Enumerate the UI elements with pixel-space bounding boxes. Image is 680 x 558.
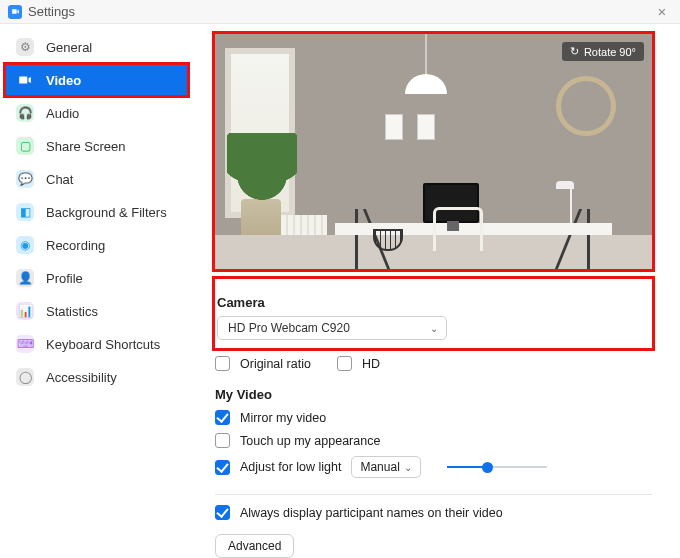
video-preview: ↻ Rotate 90°	[215, 34, 652, 269]
hd-checkbox[interactable]	[337, 356, 352, 371]
mirror-video-checkbox[interactable]	[215, 410, 230, 425]
rotate-label: Rotate 90°	[584, 46, 636, 58]
share-screen-icon: ▢	[16, 137, 34, 155]
app-icon	[8, 5, 22, 19]
sidebar-item-label: Background & Filters	[46, 205, 167, 220]
sidebar-item-label: Accessibility	[46, 370, 117, 385]
title-bar: Settings ×	[0, 0, 680, 24]
camera-select[interactable]: HD Pro Webcam C920 ⌄	[217, 316, 447, 340]
rotate-90-button[interactable]: ↻ Rotate 90°	[562, 42, 644, 61]
original-ratio-label: Original ratio	[240, 357, 311, 371]
sidebar-item-accessibility[interactable]: ◯ Accessibility	[6, 362, 187, 392]
touch-up-label: Touch up my appearance	[240, 434, 380, 448]
always-display-names-checkbox[interactable]	[215, 505, 230, 520]
sidebar-item-label: Keyboard Shortcuts	[46, 337, 160, 352]
sidebar-item-chat[interactable]: 💬 Chat	[6, 164, 187, 194]
headphones-icon: 🎧	[16, 104, 34, 122]
camera-select-value: HD Pro Webcam C920	[228, 321, 350, 335]
sidebar-item-label: Statistics	[46, 304, 98, 319]
low-light-mode-select[interactable]: Manual ⌄	[351, 456, 421, 478]
keyboard-icon: ⌨	[16, 335, 34, 353]
sidebar-item-label: Audio	[46, 106, 79, 121]
background-filters-icon: ◧	[16, 203, 34, 221]
profile-icon: 👤	[16, 269, 34, 287]
sidebar-item-label: Profile	[46, 271, 83, 286]
advanced-button[interactable]: Advanced	[215, 534, 294, 558]
low-light-slider[interactable]	[447, 460, 547, 474]
original-ratio-checkbox[interactable]	[215, 356, 230, 371]
sidebar-item-label: Chat	[46, 172, 73, 187]
sidebar-item-label: General	[46, 40, 92, 55]
always-display-names-label: Always display participant names on thei…	[240, 506, 503, 520]
low-light-mode-value: Manual	[360, 460, 399, 474]
video-icon	[16, 71, 34, 89]
chevron-down-icon: ⌄	[404, 462, 412, 473]
mirror-video-label: Mirror my video	[240, 411, 326, 425]
low-light-checkbox[interactable]	[215, 460, 230, 475]
sidebar-item-statistics[interactable]: 📊 Statistics	[6, 296, 187, 326]
sidebar-item-label: Share Screen	[46, 139, 126, 154]
window-title: Settings	[28, 4, 75, 19]
sidebar-item-label: Recording	[46, 238, 105, 253]
sidebar-item-background-filters[interactable]: ◧ Background & Filters	[6, 197, 187, 227]
chat-icon: 💬	[16, 170, 34, 188]
sidebar-item-video[interactable]: Video	[6, 65, 187, 95]
sidebar: ⚙ General Video 🎧 Audio ▢ Share Screen 💬…	[0, 24, 195, 558]
sidebar-item-general[interactable]: ⚙ General	[6, 32, 187, 62]
sidebar-item-label: Video	[46, 73, 81, 88]
statistics-icon: 📊	[16, 302, 34, 320]
content-pane: ↻ Rotate 90° Camera HD Pro Webcam C920 ⌄…	[195, 24, 680, 558]
divider	[215, 494, 652, 495]
low-light-label: Adjust for low light	[240, 460, 341, 474]
sidebar-item-recording[interactable]: ◉ Recording	[6, 230, 187, 260]
camera-heading: Camera	[217, 295, 650, 310]
chevron-down-icon: ⌄	[430, 323, 438, 334]
rotate-icon: ↻	[570, 45, 579, 58]
close-icon[interactable]: ×	[652, 4, 672, 19]
sidebar-item-share-screen[interactable]: ▢ Share Screen	[6, 131, 187, 161]
sidebar-item-audio[interactable]: 🎧 Audio	[6, 98, 187, 128]
accessibility-icon: ◯	[16, 368, 34, 386]
recording-icon: ◉	[16, 236, 34, 254]
my-video-heading: My Video	[215, 387, 652, 402]
advanced-button-label: Advanced	[228, 539, 281, 553]
sidebar-item-keyboard-shortcuts[interactable]: ⌨ Keyboard Shortcuts	[6, 329, 187, 359]
hd-label: HD	[362, 357, 380, 371]
touch-up-checkbox[interactable]	[215, 433, 230, 448]
sidebar-item-profile[interactable]: 👤 Profile	[6, 263, 187, 293]
gear-icon: ⚙	[16, 38, 34, 56]
